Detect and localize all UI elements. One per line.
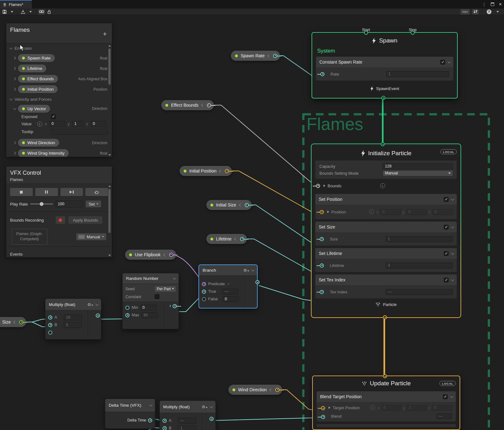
a-field[interactable]: —	[178, 418, 196, 424]
max-port[interactable]	[125, 313, 129, 317]
row-expander-icon[interactable]	[13, 107, 16, 110]
row-expander-icon[interactable]	[13, 141, 16, 144]
param-output-port[interactable]	[245, 203, 249, 207]
set-size-block[interactable]: Set Size Size 1	[315, 222, 457, 246]
blackboard-row-initial-position[interactable]: Initial Position Position	[6, 84, 112, 94]
x-field[interactable]: 0	[49, 121, 65, 127]
bounds-space-badge[interactable]: L	[380, 183, 385, 188]
step-button[interactable]	[60, 188, 83, 196]
set-lifetime-block[interactable]: Set Lifetime Lifetime 3	[315, 248, 457, 272]
false-port[interactable]	[202, 297, 206, 301]
spawn-output-port[interactable]	[381, 96, 386, 100]
block-enabled-checkbox[interactable]	[444, 197, 449, 202]
param-output-port[interactable]	[19, 320, 23, 324]
collapse-icon[interactable]	[234, 237, 238, 240]
spawn-stop-port[interactable]	[411, 31, 415, 35]
set-button[interactable]: Set	[86, 201, 101, 207]
b-field[interactable]: 1	[178, 425, 196, 430]
window-menu-icon[interactable]: ⋮	[482, 2, 486, 7]
scroll-up-icon[interactable]	[108, 45, 111, 47]
extra-port[interactable]	[48, 331, 52, 335]
random-output-port[interactable]	[173, 304, 177, 308]
blackboard-row-lifetime[interactable]: Lifetime float	[6, 63, 112, 74]
branch-output-port[interactable]	[255, 280, 260, 284]
collapse-icon[interactable]	[270, 388, 273, 391]
tex-index-port[interactable]	[320, 290, 324, 294]
true-field[interactable]: —	[222, 289, 238, 295]
target-y-field[interactable]: 1	[407, 405, 427, 411]
row-expander-icon[interactable]	[13, 57, 16, 60]
a-field[interactable]: 16	[64, 314, 82, 320]
blackboard-row-spawn-rate[interactable]: Spawn Rate float	[6, 53, 112, 63]
collapse-icon[interactable]	[149, 403, 152, 406]
target-x-field[interactable]: 0	[381, 405, 402, 411]
category-velocity-forces[interactable]: Velocity and Forces	[6, 94, 112, 104]
bounds-manual-dropdown[interactable]: Manual	[76, 233, 106, 240]
scrollbar-thumb[interactable]	[108, 48, 111, 85]
apply-bounds-button[interactable]: Apply Bounds	[68, 216, 102, 224]
target-z-field[interactable]: 0	[432, 405, 452, 411]
collapse-icon[interactable]	[201, 104, 204, 107]
seed-dropdown[interactable]: Per Part	[155, 286, 176, 292]
multiply-output-port[interactable]	[96, 314, 100, 318]
maximize-button[interactable]	[491, 3, 494, 6]
blackboard-row-up-vector[interactable]: Up Vector Direction	[6, 104, 112, 113]
scroll-up-icon[interactable]	[108, 185, 111, 187]
position-port[interactable]	[320, 210, 324, 214]
tooltip-field[interactable]	[51, 129, 107, 135]
vfx-control-panel[interactable]: VFX Control Flames Play Rate 100 Set Bou…	[6, 166, 112, 257]
row-expander-icon[interactable]	[13, 67, 16, 70]
gear-icon[interactable]: ⚙	[87, 303, 93, 307]
multiply-float-node[interactable]: Multiply (float)⚙ A 16 B 5	[45, 298, 101, 340]
control-panel-button[interactable]	[472, 9, 478, 14]
delta-output-port[interactable]	[148, 418, 152, 422]
block-enabled-checkbox[interactable]	[443, 394, 448, 399]
scroll-down-icon[interactable]	[108, 255, 111, 256]
block-enabled-checkbox[interactable]	[444, 251, 449, 256]
target-expander-icon[interactable]	[329, 406, 330, 409]
collapse-icon[interactable]	[219, 169, 222, 173]
row-expander-icon[interactable]	[13, 88, 16, 91]
vfx-control-scrollbar[interactable]	[108, 184, 111, 257]
blackboard-row-effect-bounds[interactable]: Effect Bounds Axis Aligned Box	[6, 74, 112, 84]
save-as-button[interactable]	[20, 9, 26, 14]
scrollbar-thumb[interactable]	[108, 189, 111, 233]
constant-checkbox[interactable]	[155, 294, 159, 299]
tab-flames[interactable]: Flames*	[0, 0, 32, 8]
category-collapse-icon[interactable]	[9, 46, 13, 49]
a-port[interactable]	[163, 419, 167, 423]
block-collapse-icon[interactable]	[451, 225, 454, 228]
param-output-port[interactable]	[240, 237, 244, 241]
save-button[interactable]	[1, 9, 8, 14]
stop-button[interactable]	[10, 188, 33, 196]
update-input-port[interactable]	[383, 374, 387, 378]
initialize-input-port[interactable]	[381, 142, 385, 146]
lifetime-field[interactable]: 3	[386, 263, 453, 269]
collapse-icon[interactable]	[95, 303, 99, 306]
gear-icon[interactable]: ⚙	[243, 268, 249, 272]
initialize-particle-context[interactable]: Initialize Particle LOCAL Capacity 128 B…	[311, 144, 461, 318]
position-x-field[interactable]: 0	[380, 209, 401, 215]
b-port[interactable]	[163, 426, 167, 430]
param-spawn-rate[interactable]: Spawn Rate	[231, 51, 280, 61]
min-port[interactable]	[125, 306, 129, 310]
param-lifetime[interactable]: Lifetime	[206, 234, 247, 244]
param-wind-direction[interactable]: Wind Direction	[228, 385, 282, 395]
b-port[interactable]	[48, 323, 52, 327]
spawn-context[interactable]: Start Stop Spawn System Constant Spawn R…	[312, 32, 458, 99]
restart-button[interactable]	[85, 188, 108, 196]
blend-field[interactable]: —	[436, 413, 452, 419]
param-output-port[interactable]	[207, 103, 211, 107]
play-rate-slider[interactable]	[30, 204, 53, 204]
set-tex-index-block[interactable]: Set Tex Index Tex Index —	[315, 274, 457, 298]
param-effect-bounds[interactable]: Effect Bounds	[161, 100, 214, 110]
blackboard-row-wind-drag-intensity[interactable]: Wind Drag Intensity float	[6, 148, 112, 157]
z-field[interactable]: 0	[91, 121, 106, 127]
target-position-port[interactable]	[321, 406, 325, 410]
position-space-badge[interactable]: L	[369, 209, 374, 214]
block-enabled-checkbox[interactable]	[440, 60, 445, 65]
block-collapse-icon[interactable]	[451, 197, 454, 201]
blend-target-position-block[interactable]: Blend Target Position Target Position L …	[317, 391, 456, 422]
y-field[interactable]: 1	[72, 121, 83, 127]
min-field[interactable]: 0	[140, 305, 157, 311]
